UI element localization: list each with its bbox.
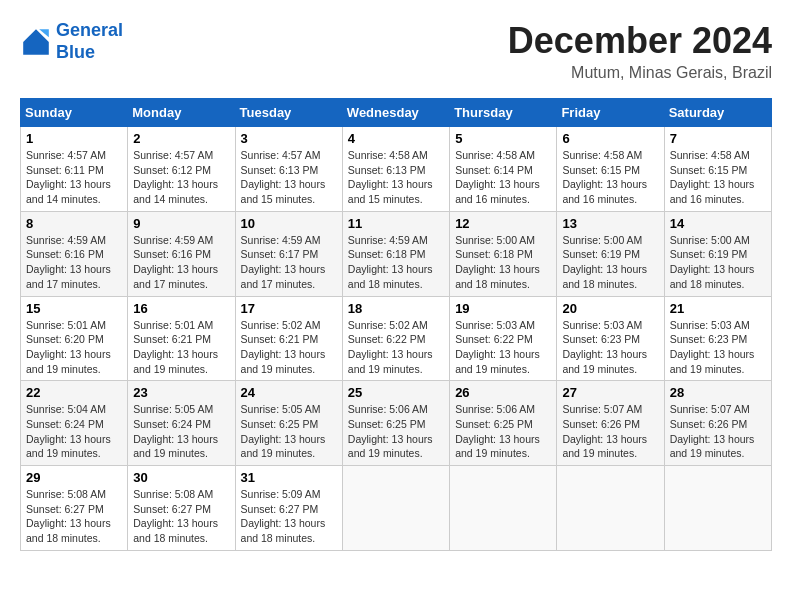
calendar-cell: 18Sunrise: 5:02 AM Sunset: 6:22 PM Dayli… [342,296,449,381]
calendar-cell: 15Sunrise: 5:01 AM Sunset: 6:20 PM Dayli… [21,296,128,381]
day-number: 7 [670,131,766,146]
day-info: Sunrise: 5:05 AM Sunset: 6:25 PM Dayligh… [241,402,337,461]
day-info: Sunrise: 4:58 AM Sunset: 6:13 PM Dayligh… [348,148,444,207]
calendar-cell: 27Sunrise: 5:07 AM Sunset: 6:26 PM Dayli… [557,381,664,466]
calendar-cell: 3Sunrise: 4:57 AM Sunset: 6:13 PM Daylig… [235,127,342,212]
day-info: Sunrise: 4:57 AM Sunset: 6:11 PM Dayligh… [26,148,122,207]
day-number: 23 [133,385,229,400]
calendar-cell: 23Sunrise: 5:05 AM Sunset: 6:24 PM Dayli… [128,381,235,466]
day-info: Sunrise: 5:09 AM Sunset: 6:27 PM Dayligh… [241,487,337,546]
calendar-cell: 4Sunrise: 4:58 AM Sunset: 6:13 PM Daylig… [342,127,449,212]
calendar-cell: 19Sunrise: 5:03 AM Sunset: 6:22 PM Dayli… [450,296,557,381]
day-info: Sunrise: 5:04 AM Sunset: 6:24 PM Dayligh… [26,402,122,461]
day-info: Sunrise: 5:07 AM Sunset: 6:26 PM Dayligh… [670,402,766,461]
page-header: General Blue December 2024 Mutum, Minas … [20,20,772,82]
calendar-cell: 17Sunrise: 5:02 AM Sunset: 6:21 PM Dayli… [235,296,342,381]
day-number: 20 [562,301,658,316]
day-number: 8 [26,216,122,231]
calendar-cell: 11Sunrise: 4:59 AM Sunset: 6:18 PM Dayli… [342,211,449,296]
calendar-cell: 20Sunrise: 5:03 AM Sunset: 6:23 PM Dayli… [557,296,664,381]
day-info: Sunrise: 5:00 AM Sunset: 6:19 PM Dayligh… [670,233,766,292]
calendar-cell: 24Sunrise: 5:05 AM Sunset: 6:25 PM Dayli… [235,381,342,466]
day-info: Sunrise: 4:57 AM Sunset: 6:12 PM Dayligh… [133,148,229,207]
weekday-header-tuesday: Tuesday [235,99,342,127]
calendar-cell: 26Sunrise: 5:06 AM Sunset: 6:25 PM Dayli… [450,381,557,466]
weekday-header-friday: Friday [557,99,664,127]
calendar-cell [664,466,771,551]
day-number: 4 [348,131,444,146]
day-number: 21 [670,301,766,316]
day-number: 9 [133,216,229,231]
calendar-cell: 31Sunrise: 5:09 AM Sunset: 6:27 PM Dayli… [235,466,342,551]
calendar-week-row: 1Sunrise: 4:57 AM Sunset: 6:11 PM Daylig… [21,127,772,212]
day-info: Sunrise: 5:01 AM Sunset: 6:21 PM Dayligh… [133,318,229,377]
logo-line1: General [56,20,123,40]
calendar-cell: 10Sunrise: 4:59 AM Sunset: 6:17 PM Dayli… [235,211,342,296]
calendar-cell: 6Sunrise: 4:58 AM Sunset: 6:15 PM Daylig… [557,127,664,212]
day-number: 16 [133,301,229,316]
calendar-week-row: 8Sunrise: 4:59 AM Sunset: 6:16 PM Daylig… [21,211,772,296]
title-block: December 2024 Mutum, Minas Gerais, Brazi… [508,20,772,82]
calendar-cell: 8Sunrise: 4:59 AM Sunset: 6:16 PM Daylig… [21,211,128,296]
day-info: Sunrise: 5:03 AM Sunset: 6:23 PM Dayligh… [670,318,766,377]
day-info: Sunrise: 5:05 AM Sunset: 6:24 PM Dayligh… [133,402,229,461]
day-number: 1 [26,131,122,146]
logo-icon [20,26,52,58]
calendar-cell: 25Sunrise: 5:06 AM Sunset: 6:25 PM Dayli… [342,381,449,466]
day-number: 29 [26,470,122,485]
logo-text: General Blue [56,20,123,63]
day-number: 27 [562,385,658,400]
day-info: Sunrise: 4:59 AM Sunset: 6:18 PM Dayligh… [348,233,444,292]
calendar-table: SundayMondayTuesdayWednesdayThursdayFrid… [20,98,772,551]
day-info: Sunrise: 5:08 AM Sunset: 6:27 PM Dayligh… [133,487,229,546]
day-number: 14 [670,216,766,231]
day-number: 11 [348,216,444,231]
day-info: Sunrise: 4:59 AM Sunset: 6:16 PM Dayligh… [133,233,229,292]
logo-line2: Blue [56,42,95,62]
day-info: Sunrise: 5:03 AM Sunset: 6:23 PM Dayligh… [562,318,658,377]
calendar-week-row: 15Sunrise: 5:01 AM Sunset: 6:20 PM Dayli… [21,296,772,381]
day-info: Sunrise: 5:01 AM Sunset: 6:20 PM Dayligh… [26,318,122,377]
day-number: 24 [241,385,337,400]
calendar-cell: 29Sunrise: 5:08 AM Sunset: 6:27 PM Dayli… [21,466,128,551]
location: Mutum, Minas Gerais, Brazil [508,64,772,82]
day-info: Sunrise: 4:58 AM Sunset: 6:15 PM Dayligh… [562,148,658,207]
day-info: Sunrise: 5:06 AM Sunset: 6:25 PM Dayligh… [348,402,444,461]
day-info: Sunrise: 5:06 AM Sunset: 6:25 PM Dayligh… [455,402,551,461]
day-info: Sunrise: 5:00 AM Sunset: 6:18 PM Dayligh… [455,233,551,292]
day-number: 2 [133,131,229,146]
calendar-cell: 2Sunrise: 4:57 AM Sunset: 6:12 PM Daylig… [128,127,235,212]
calendar-cell [557,466,664,551]
day-number: 19 [455,301,551,316]
day-number: 26 [455,385,551,400]
day-info: Sunrise: 5:08 AM Sunset: 6:27 PM Dayligh… [26,487,122,546]
calendar-cell: 12Sunrise: 5:00 AM Sunset: 6:18 PM Dayli… [450,211,557,296]
day-number: 12 [455,216,551,231]
logo: General Blue [20,20,123,63]
calendar-cell [342,466,449,551]
weekday-header-row: SundayMondayTuesdayWednesdayThursdayFrid… [21,99,772,127]
day-number: 22 [26,385,122,400]
day-info: Sunrise: 4:57 AM Sunset: 6:13 PM Dayligh… [241,148,337,207]
calendar-cell: 7Sunrise: 4:58 AM Sunset: 6:15 PM Daylig… [664,127,771,212]
day-number: 17 [241,301,337,316]
month-title: December 2024 [508,20,772,62]
calendar-cell: 22Sunrise: 5:04 AM Sunset: 6:24 PM Dayli… [21,381,128,466]
weekday-header-monday: Monday [128,99,235,127]
day-info: Sunrise: 5:02 AM Sunset: 6:22 PM Dayligh… [348,318,444,377]
day-number: 13 [562,216,658,231]
day-info: Sunrise: 5:03 AM Sunset: 6:22 PM Dayligh… [455,318,551,377]
calendar-cell: 16Sunrise: 5:01 AM Sunset: 6:21 PM Dayli… [128,296,235,381]
day-info: Sunrise: 5:02 AM Sunset: 6:21 PM Dayligh… [241,318,337,377]
day-info: Sunrise: 4:59 AM Sunset: 6:16 PM Dayligh… [26,233,122,292]
day-number: 18 [348,301,444,316]
calendar-cell: 30Sunrise: 5:08 AM Sunset: 6:27 PM Dayli… [128,466,235,551]
calendar-cell: 5Sunrise: 4:58 AM Sunset: 6:14 PM Daylig… [450,127,557,212]
day-number: 10 [241,216,337,231]
calendar-cell: 9Sunrise: 4:59 AM Sunset: 6:16 PM Daylig… [128,211,235,296]
calendar-week-row: 22Sunrise: 5:04 AM Sunset: 6:24 PM Dayli… [21,381,772,466]
weekday-header-saturday: Saturday [664,99,771,127]
day-info: Sunrise: 4:58 AM Sunset: 6:15 PM Dayligh… [670,148,766,207]
day-info: Sunrise: 4:59 AM Sunset: 6:17 PM Dayligh… [241,233,337,292]
weekday-header-wednesday: Wednesday [342,99,449,127]
